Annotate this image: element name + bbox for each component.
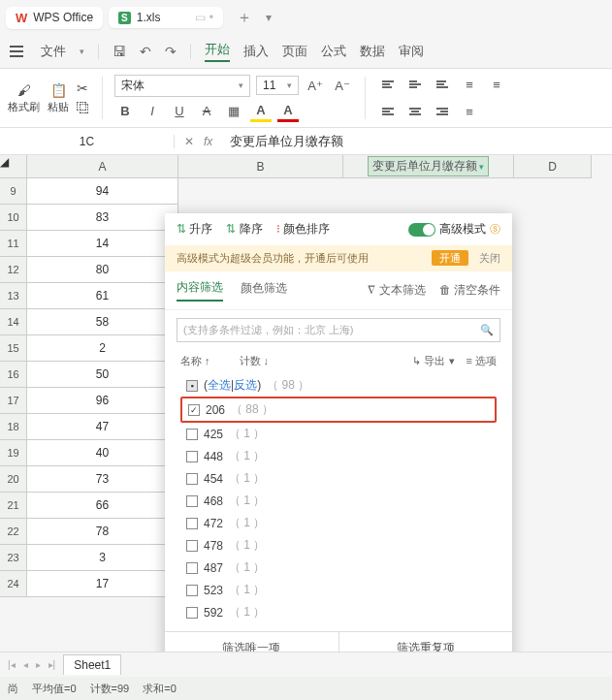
cell[interactable]: 40 — [27, 440, 178, 466]
filter-item[interactable]: 478（ 1 ） — [180, 534, 497, 557]
filter-item[interactable]: 592（ 1 ） — [180, 601, 497, 623]
row-header[interactable]: 22 — [0, 519, 27, 545]
filter-item[interactable]: 425（ 1 ） — [180, 423, 497, 445]
checkbox-icon[interactable]: ✓ — [188, 404, 200, 416]
file-tab[interactable]: S 1.xls ▭ • — [109, 7, 223, 28]
filter-item[interactable]: ✓206（ 88 ） — [180, 397, 497, 423]
row-header[interactable]: 16 — [0, 362, 27, 388]
formula-bar[interactable]: 变更后单位月缴存额 — [222, 133, 351, 150]
row-header[interactable]: 14 — [0, 309, 27, 335]
cell[interactable]: 50 — [27, 362, 178, 388]
cell[interactable]: 83 — [27, 205, 178, 231]
cell[interactable]: 17 — [27, 571, 178, 597]
indent-right-icon[interactable]: ≡ — [486, 74, 507, 95]
select-all-row[interactable]: ▪ (全选|反选) （ 98 ） — [180, 374, 497, 397]
filter-item[interactable]: 448（ 1 ） — [180, 445, 497, 467]
sheet-nav-prev-icon[interactable]: ◂ — [23, 659, 28, 670]
hamburger-icon[interactable] — [6, 42, 27, 61]
checkbox-icon[interactable] — [186, 540, 198, 552]
increase-font-icon[interactable]: A⁺ — [305, 75, 326, 96]
font-select[interactable]: 宋体▾ — [114, 75, 250, 97]
checkbox-icon[interactable] — [186, 495, 198, 507]
sheet-nav-last-icon[interactable]: ▸| — [48, 659, 56, 670]
copy-icon[interactable]: ⿻ — [77, 100, 90, 115]
decrease-font-icon[interactable]: A⁻ — [332, 75, 353, 96]
checkbox-icon[interactable] — [186, 429, 198, 440]
cell[interactable]: 78 — [27, 519, 178, 545]
row-header[interactable]: 9 — [0, 178, 27, 205]
row-header[interactable]: 10 — [0, 205, 27, 231]
underline-button[interactable]: U — [169, 101, 190, 122]
tab-menu-icon[interactable]: ▭ • — [195, 11, 213, 24]
filter-item[interactable]: 487（ 1 ） — [180, 557, 497, 579]
filter-dropdown-icon[interactable]: ▾ — [479, 162, 484, 172]
tab-content-filter[interactable]: 内容筛选 — [177, 279, 223, 302]
align-left-icon[interactable] — [377, 101, 399, 122]
align-right-icon[interactable] — [432, 101, 453, 122]
fx-icon[interactable]: fx — [204, 135, 212, 148]
cell[interactable]: 61 — [27, 283, 178, 309]
sheet-nav-next-icon[interactable]: ▸ — [36, 659, 41, 670]
close-banner-button[interactable]: 关闭 — [479, 252, 500, 264]
cell[interactable]: 14 — [27, 231, 178, 257]
col-header-C[interactable]: 变更后单位月缴存额 ▾ — [343, 155, 514, 178]
tab-list-button[interactable]: ▾ — [266, 11, 272, 24]
row-header[interactable]: 17 — [0, 388, 27, 414]
invert-link[interactable]: 反选 — [234, 378, 257, 392]
undo-icon[interactable]: ↶ — [140, 44, 151, 59]
count-column-header[interactable]: 计数 ↓ — [240, 354, 270, 368]
menu-file[interactable]: 文件 — [41, 43, 66, 60]
cell[interactable]: 3 — [27, 545, 178, 571]
save-icon[interactable]: 🖫 — [113, 44, 126, 59]
italic-button[interactable]: I — [142, 101, 163, 122]
cut-icon[interactable]: ✂ — [77, 80, 90, 96]
select-all-corner[interactable]: ◢ — [0, 155, 27, 178]
new-tab-button[interactable]: ＋ — [237, 8, 252, 28]
row-header[interactable]: 12 — [0, 257, 27, 283]
cell[interactable]: 66 — [27, 493, 178, 519]
checkbox-icon[interactable] — [186, 562, 198, 574]
checkbox-icon[interactable] — [186, 607, 198, 619]
checkbox-icon[interactable] — [186, 585, 198, 596]
font-color-button[interactable]: A — [277, 101, 299, 122]
row-header[interactable]: 24 — [0, 571, 27, 597]
filter-item[interactable]: 472（ 1 ） — [180, 512, 497, 534]
select-all-link[interactable]: 全选 — [208, 378, 231, 392]
menu-start[interactable]: 开始 — [205, 41, 230, 62]
col-header-D[interactable]: D — [514, 155, 592, 178]
paste-icon[interactable]: 📋 — [50, 82, 67, 98]
checkbox-icon[interactable] — [186, 518, 198, 529]
clear-filter-button[interactable]: 🗑 清空条件 — [439, 282, 500, 299]
indent-left-icon[interactable]: ≡ — [459, 74, 480, 95]
menu-page[interactable]: 页面 — [282, 43, 307, 60]
cell[interactable]: 73 — [27, 466, 178, 493]
name-box[interactable]: 1C — [0, 135, 175, 148]
filter-item[interactable]: 454（ 1 ） — [180, 467, 497, 490]
row-header[interactable]: 19 — [0, 440, 27, 466]
border-button[interactable]: ▦ — [223, 101, 244, 122]
sort-desc-button[interactable]: ⇅ 降序 — [226, 221, 262, 238]
menu-insert[interactable]: 插入 — [243, 43, 269, 60]
checkbox-icon[interactable] — [186, 451, 198, 462]
row-header[interactable]: 23 — [0, 545, 27, 571]
sort-asc-button[interactable]: ⇅ 升序 — [177, 221, 212, 238]
align-center-icon[interactable] — [404, 101, 426, 122]
align-top-icon[interactable] — [377, 74, 399, 95]
row-header[interactable]: 18 — [0, 414, 27, 440]
bold-button[interactable]: B — [114, 101, 136, 122]
justify-icon[interactable]: ≡ — [459, 101, 480, 122]
strike-button[interactable]: A — [196, 101, 217, 122]
row-header[interactable]: 20 — [0, 466, 27, 493]
filter-item[interactable]: 523（ 1 ） — [180, 579, 497, 601]
cell[interactable]: 96 — [27, 388, 178, 414]
cell[interactable]: 58 — [27, 309, 178, 335]
color-sort-button[interactable]: ⁝ 颜色排序 — [276, 221, 330, 238]
menu-data[interactable]: 数据 — [360, 43, 385, 60]
align-middle-icon[interactable] — [404, 74, 426, 95]
row-header[interactable]: 15 — [0, 335, 27, 362]
sheet-nav-first-icon[interactable]: |◂ — [8, 659, 16, 670]
export-button[interactable]: ↳ 导出 ▾ — [412, 354, 454, 368]
format-brush-icon[interactable]: 🖌 — [17, 82, 31, 98]
filter-item[interactable]: 468（ 1 ） — [180, 490, 497, 512]
checkbox-icon[interactable] — [186, 473, 198, 485]
